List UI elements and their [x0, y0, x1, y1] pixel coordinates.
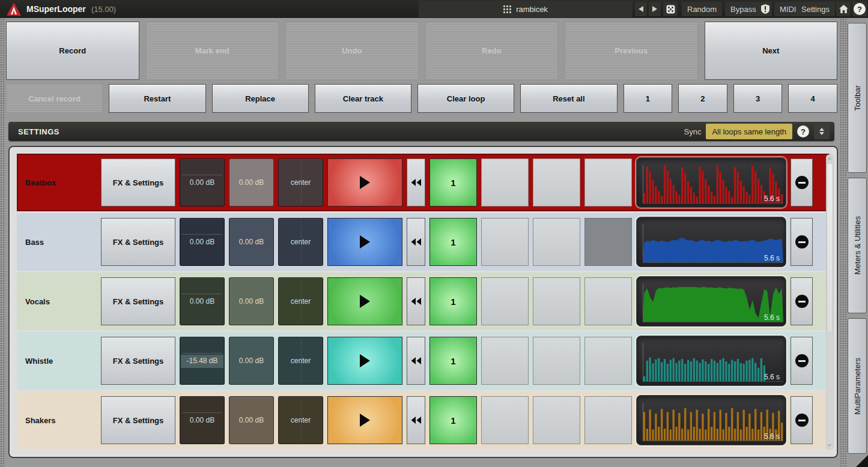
- toolbar-button-record[interactable]: Record: [6, 22, 139, 80]
- output-gain-knob[interactable]: 0.00 dB: [229, 337, 274, 385]
- input-gain-knob[interactable]: 0.00 dB: [180, 396, 225, 444]
- output-gain-knob[interactable]: 0.00 dB: [229, 277, 274, 325]
- output-gain-knob[interactable]: 0.00 dB: [229, 158, 274, 206]
- pan-knob[interactable]: center: [278, 158, 323, 206]
- toolbar-button-3[interactable]: 3: [733, 84, 783, 113]
- sync-help-icon[interactable]: ?: [797, 125, 809, 137]
- next-preset-button[interactable]: [649, 2, 661, 16]
- bypass-button[interactable]: Bypass: [725, 2, 762, 16]
- toolbar-button-restart[interactable]: Restart: [109, 84, 205, 113]
- prev-preset-button[interactable]: [635, 2, 647, 16]
- loop-slot-empty[interactable]: [584, 396, 632, 444]
- waveform-display[interactable]: 5.6 s: [636, 217, 786, 267]
- play-button[interactable]: [327, 218, 402, 266]
- settings-button[interactable]: Settings: [796, 2, 835, 16]
- input-gain-knob[interactable]: -15.48 dB: [180, 337, 225, 385]
- loop-slot-empty[interactable]: [481, 277, 529, 325]
- remove-track-button[interactable]: [791, 337, 813, 385]
- input-gain-knob[interactable]: 0.00 dB: [180, 277, 225, 325]
- fx-settings-button[interactable]: FX & Settings: [101, 277, 175, 325]
- track-name-label: Beatbox: [25, 178, 97, 187]
- left-arrow-icon: [639, 6, 643, 12]
- toolbar-button-2[interactable]: 2: [678, 84, 727, 113]
- pan-knob[interactable]: center: [278, 396, 323, 444]
- scrollbar-thumb[interactable]: [827, 163, 833, 334]
- limiter-warning-button[interactable]: [759, 2, 772, 16]
- alert-shield-icon: [761, 4, 769, 14]
- sidebar-tab-meters-utilities[interactable]: Meters & Utilities: [848, 178, 867, 313]
- panel-scrollbar[interactable]: [826, 154, 834, 450]
- help-button[interactable]: ?: [852, 2, 867, 16]
- rewind-button[interactable]: [407, 218, 425, 266]
- sync-mode-select[interactable]: All loops same length: [706, 124, 792, 139]
- play-button[interactable]: [327, 277, 402, 325]
- home-button[interactable]: [836, 2, 851, 16]
- toolbar-button-reset-all[interactable]: Reset all: [520, 84, 617, 113]
- toolbar-button-clear-track[interactable]: Clear track: [315, 84, 411, 113]
- loop-slot-empty[interactable]: [481, 218, 529, 266]
- pan-knob[interactable]: center: [278, 277, 323, 325]
- loop-slot-empty[interactable]: [533, 218, 580, 266]
- fx-settings-button[interactable]: FX & Settings: [101, 158, 175, 206]
- pan-knob[interactable]: center: [278, 337, 323, 385]
- random-preset-button[interactable]: [663, 2, 678, 16]
- random-button[interactable]: Random: [682, 2, 722, 16]
- question-icon: ?: [854, 3, 866, 15]
- resize-handle[interactable]: [856, 455, 868, 467]
- remove-track-button[interactable]: [791, 396, 813, 444]
- remove-track-button[interactable]: [791, 277, 813, 325]
- preset-selector[interactable]: rambicek: [419, 1, 633, 17]
- loop-slot-empty[interactable]: [481, 158, 529, 206]
- toolbar-button-undo: Undo: [285, 22, 419, 80]
- output-gain-knob[interactable]: 0.00 dB: [229, 218, 274, 266]
- toolbar-button-1[interactable]: 1: [624, 84, 673, 113]
- play-button[interactable]: [327, 158, 402, 206]
- rewind-button[interactable]: [407, 396, 425, 444]
- fx-settings-button[interactable]: FX & Settings: [101, 337, 175, 385]
- input-gain-knob[interactable]: 0.00 dB: [180, 158, 225, 206]
- loop-slot-active[interactable]: 1: [429, 158, 477, 206]
- input-gain-knob[interactable]: 0.00 dB: [180, 218, 225, 266]
- waveform-display[interactable]: 5.6 s: [636, 276, 786, 327]
- toolbar-button-replace[interactable]: Replace: [212, 84, 309, 113]
- output-gain-knob[interactable]: 0.00 dB: [229, 396, 274, 444]
- loop-slot-active[interactable]: 1: [429, 218, 477, 266]
- loop-slot-empty[interactable]: [584, 218, 632, 266]
- loop-slot-active[interactable]: 1: [429, 396, 477, 444]
- loop-slot-empty[interactable]: [533, 277, 580, 325]
- sync-mode-stepper[interactable]: [814, 124, 830, 139]
- loop-slot-empty[interactable]: [533, 158, 580, 206]
- play-icon: [360, 176, 370, 189]
- toolbar-button-clear-loop[interactable]: Clear loop: [417, 84, 514, 113]
- sidebar-tab-multiparameters[interactable]: MultiParameters: [848, 318, 867, 454]
- loop-slot-active[interactable]: 1: [429, 277, 477, 325]
- loop-slot-empty[interactable]: [584, 337, 632, 385]
- rewind-button[interactable]: [407, 277, 425, 325]
- fx-settings-button[interactable]: FX & Settings: [101, 396, 175, 444]
- loop-slot-empty[interactable]: [533, 337, 580, 385]
- loop-slot-empty[interactable]: [533, 396, 580, 444]
- pan-knob[interactable]: center: [278, 218, 323, 266]
- remove-track-button[interactable]: [791, 218, 813, 266]
- waveform-display[interactable]: 5.6 s: [636, 336, 786, 386]
- toolbar-button-4[interactable]: 4: [788, 84, 837, 113]
- play-button[interactable]: [327, 396, 402, 444]
- loop-slot-empty[interactable]: [584, 158, 632, 206]
- waveform-display[interactable]: 5.6 s: [636, 157, 786, 208]
- preset-name: rambicek: [516, 5, 548, 14]
- sidebar-tab-toolbar[interactable]: Toolbar: [848, 23, 867, 173]
- play-button[interactable]: [327, 337, 402, 385]
- loop-slot-empty[interactable]: [481, 396, 529, 444]
- loop-slot-empty[interactable]: [584, 277, 632, 325]
- rewind-button[interactable]: [407, 337, 425, 385]
- toolbar-button-redo: Redo: [425, 22, 559, 80]
- loop-slot-active[interactable]: 1: [429, 337, 477, 385]
- toolbar-button-next[interactable]: Next: [705, 22, 838, 80]
- fx-settings-button[interactable]: FX & Settings: [101, 218, 175, 266]
- loop-slot-empty[interactable]: [481, 337, 529, 385]
- waveform-display[interactable]: 5.6 s: [636, 395, 786, 445]
- remove-track-button[interactable]: [791, 158, 813, 206]
- rewind-button[interactable]: [407, 158, 425, 206]
- loop-duration-label: 5.6 s: [764, 432, 780, 441]
- rewind-icon: [410, 238, 422, 246]
